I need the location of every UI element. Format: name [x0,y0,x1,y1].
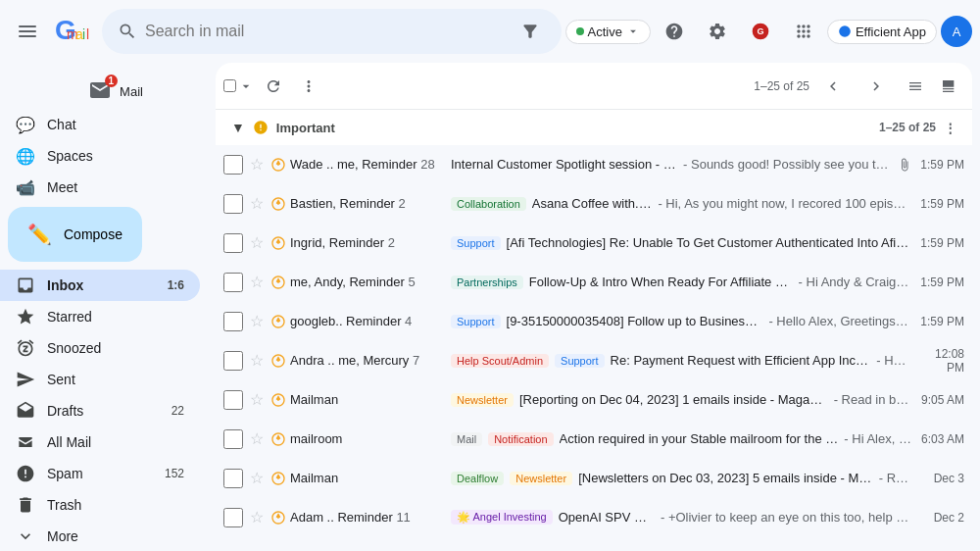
chat-icon: 💬 [16,116,35,134]
star-button[interactable]: ☆ [247,429,267,448]
view-list-button[interactable] [900,71,931,102]
sidebar-item-trash[interactable]: Trash [0,489,200,521]
important-section-label: Important [276,121,335,135]
svg-rect-2 [19,35,36,37]
view-split-button[interactable] [933,71,964,102]
email-checkbox[interactable] [223,233,243,253]
star-button[interactable]: ☆ [247,233,267,252]
compose-button[interactable]: ✏️ Compose [8,207,142,262]
help-button[interactable] [655,12,694,51]
important-marker[interactable] [270,157,286,173]
sidebar-item-spaces[interactable]: 🌐 Spaces [0,140,109,172]
important-marker[interactable] [270,275,286,290]
email-time: 1:59 PM [915,158,964,172]
email-checkbox[interactable] [223,429,243,449]
star-button[interactable]: ☆ [247,390,267,409]
sidebar-item-chat[interactable]: 💬 Chat [0,109,92,140]
apps-button[interactable] [784,12,823,51]
sidebar-item-snoozed[interactable]: Snoozed [0,332,200,364]
section-collapse-button[interactable]: ▼ [231,120,245,135]
table-row[interactable]: ☆ Mailman Newsletter [Reporting on Dec 0… [216,380,972,420]
search-filter-button[interactable] [514,16,546,47]
important-marker[interactable] [270,471,286,486]
email-checkbox[interactable] [223,312,243,331]
refresh-button[interactable] [258,71,289,102]
email-time: 1:59 PM [915,276,964,289]
email-checkbox[interactable] [223,469,243,488]
email-time: Dec 3 [915,472,964,485]
email-preview: - Sounds good! Possibly see you there An… [683,157,894,172]
important-marker[interactable] [270,314,286,329]
email-checkbox[interactable] [223,351,243,371]
allmail-icon [16,432,35,452]
hamburger-button[interactable] [8,12,47,51]
email-meta: 1:59 PM [915,236,964,250]
important-marker[interactable] [270,431,286,447]
account-circle-button[interactable]: G [741,12,780,51]
view-toggle [900,71,964,102]
email-content: MailNotification Action required in your… [451,431,911,446]
drafts-badge: 22 [172,404,184,418]
sidebar-item-spam[interactable]: Spam 152 [0,458,200,489]
star-button[interactable]: ☆ [247,194,267,213]
inbox-icon [16,276,35,295]
email-content: 🌟 Angel Investing OpenAI SPV Refund - +O… [451,510,911,525]
user-avatar[interactable]: A [941,16,972,47]
star-button[interactable]: ☆ [247,312,267,330]
svg-rect-1 [19,30,36,32]
star-button[interactable]: ☆ [247,508,267,526]
email-sender: Bastien, Reminder 2 [290,196,447,211]
star-button[interactable]: ☆ [247,469,267,487]
important-marker[interactable] [270,510,286,526]
sidebar-item-inbox[interactable]: Inbox 1:6 [0,270,200,301]
star-button[interactable]: ☆ [247,273,267,291]
important-marker[interactable] [270,196,286,212]
important-marker[interactable] [270,392,286,408]
sidebar-item-starred[interactable]: Starred [0,301,200,332]
mail-icon-button[interactable]: 1 [88,78,112,105]
sent-label: Sent [47,372,184,387]
sidebar-item-sent[interactable]: Sent [0,364,200,395]
efficient-app-button[interactable]: Efficient App [827,20,937,44]
settings-button[interactable] [698,12,737,51]
email-checkbox[interactable] [223,508,243,527]
table-row[interactable]: ☆ Bastien, Reminder 2 Collaboration Asan… [216,184,972,224]
star-button[interactable]: ☆ [247,351,267,370]
table-row[interactable]: ☆ Chieu-A.. Reminder 4 Affiliate & Refer… [216,537,972,543]
important-marker[interactable] [270,235,286,251]
trash-label: Trash [47,497,184,513]
efficient-app-icon [838,25,852,38]
select-all-checkbox[interactable] [223,79,236,92]
important-marker[interactable] [270,353,286,369]
table-row[interactable]: ☆ Wade .. me, Reminder 28 Internal Custo… [216,145,972,184]
email-checkbox[interactable] [223,194,243,214]
table-row[interactable]: ☆ Mailman DealflowNewsletter [Newsletter… [216,459,972,498]
email-checkbox[interactable] [223,273,243,292]
next-page-button[interactable] [857,67,896,106]
table-row[interactable]: ☆ mailroom MailNotification Action requi… [216,420,972,459]
section-menu-button[interactable]: ⋮ [944,121,956,135]
important-icon [253,120,269,135]
email-preview: - Read in br... [879,471,911,485]
more-options-button[interactable] [293,71,324,102]
search-bar[interactable] [102,9,562,54]
dropdown-arrow-icon[interactable] [238,78,254,94]
table-row[interactable]: ☆ Andra .. me, Mercury 7 Help Scout/Admi… [216,341,972,380]
table-row[interactable]: ☆ googleb.. Reminder 4 Support [9-351500… [216,302,972,341]
sidebar-item-drafts[interactable]: Drafts 22 [0,395,200,426]
attachment-icon [898,158,911,172]
table-row[interactable]: ☆ me, Andy, Reminder 5 Partnerships Foll… [216,263,972,302]
table-row[interactable]: ☆ Ingrid, Reminder 2 Support [Afi Techno… [216,224,972,263]
prev-page-button[interactable] [813,67,853,106]
search-input[interactable] [145,23,507,40]
table-row[interactable]: ☆ Adam .. Reminder 11 🌟 Angel Investing … [216,498,972,537]
email-subject: [Newsletters on Dec 03, 2023] 5 emails i… [578,471,873,485]
sidebar-item-more[interactable]: More [0,521,200,551]
email-checkbox[interactable] [223,155,243,175]
select-all-control[interactable] [223,78,254,94]
email-checkbox[interactable] [223,390,243,410]
star-button[interactable]: ☆ [247,155,267,174]
sidebar-item-meet[interactable]: 📹 Meet [0,172,93,203]
active-status-badge[interactable]: Active [565,20,651,44]
sidebar-item-allmail[interactable]: All Mail [0,426,200,458]
